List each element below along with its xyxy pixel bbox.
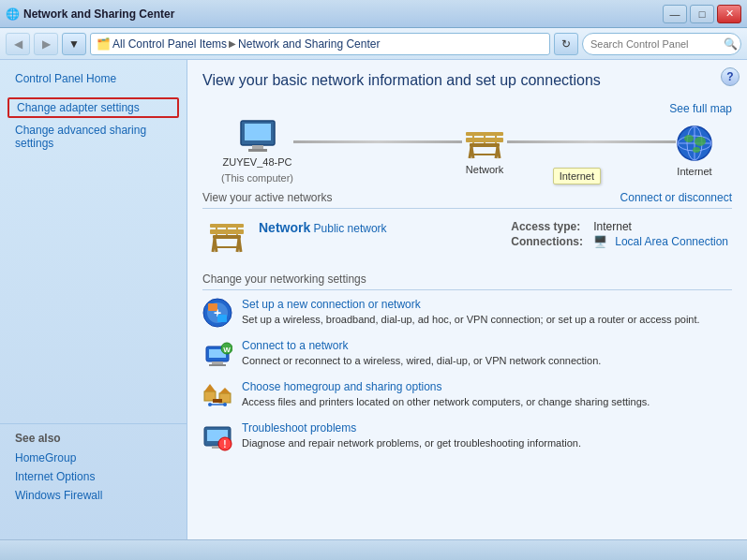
see-full-map-link[interactable]: See full map	[669, 102, 732, 115]
svg-point-21	[695, 137, 706, 146]
network-name-link[interactable]: Network	[259, 220, 310, 235]
network-details: Network Public network	[259, 220, 500, 235]
maximize-button[interactable]: □	[690, 5, 714, 23]
sidebar-internet-options[interactable]: Internet Options	[0, 467, 187, 486]
svg-rect-5	[470, 143, 500, 147]
svg-rect-49	[213, 399, 222, 403]
svg-rect-1	[245, 124, 271, 140]
help-button[interactable]: ?	[721, 67, 740, 86]
breadcrumb-icon: 🗂️	[97, 37, 111, 51]
addressbar: ◀ ▶ ▼ 🗂️ All Control Panel Items ▶ Netwo…	[0, 28, 747, 60]
breadcrumb-all-items[interactable]: All Control Panel Items	[112, 37, 227, 51]
troubleshoot-content: Troubleshoot problems Diagnose and repai…	[242, 421, 581, 450]
troubleshoot-link[interactable]: Troubleshoot problems	[242, 421, 581, 435]
access-type-label: Access type:	[511, 220, 586, 233]
page-title: View your basic network information and …	[202, 71, 732, 91]
network-bench-small-icon	[206, 220, 247, 258]
network-diagram: ZUYEV_48-PC (This computer)	[202, 119, 732, 184]
search-input[interactable]	[590, 38, 720, 50]
svg-rect-30	[210, 224, 244, 228]
globe-icon	[676, 125, 713, 162]
sidebar-homegroup[interactable]: HomeGroup	[0, 449, 187, 467]
access-type-value: Internet	[593, 220, 632, 233]
new-connection-link[interactable]: Set up a new connection or network	[242, 298, 700, 311]
computer-icon	[239, 119, 276, 153]
homegroup-content: Choose homegroup and sharing options Acc…	[242, 380, 650, 409]
connections-row: Connections: 🖥️ Local Area Connection	[511, 235, 728, 248]
setting-connect-network: W Connect to a network Connect or reconn…	[202, 339, 732, 369]
new-connection-icon: +	[202, 298, 232, 328]
setting-homegroup: Choose homegroup and sharing options Acc…	[202, 380, 732, 410]
main-layout: Control Panel Home Change adapter settin…	[0, 60, 747, 539]
svg-rect-38	[217, 315, 227, 322]
dropdown-button[interactable]: ▼	[62, 33, 86, 55]
new-connection-desc: Set up a wireless, broadband, dial-up, a…	[242, 314, 700, 325]
connect-network-link[interactable]: Connect to a network	[242, 339, 601, 352]
forward-button[interactable]: ▶	[34, 33, 58, 55]
connect-network-desc: Connect or reconnect to a wireless, wire…	[242, 355, 601, 366]
sidebar-change-advanced-sharing[interactable]: Change advanced sharing settings	[0, 120, 187, 154]
connections-label: Connections:	[511, 235, 586, 248]
sidebar-windows-firewall[interactable]: Windows Firewall	[0, 486, 187, 505]
network-bench-icon	[462, 126, 507, 160]
connect-disconnect-link[interactable]: Connect or disconnect	[620, 191, 732, 204]
titlebar-title: Network and Sharing Center	[23, 7, 174, 21]
homegroup-icon	[202, 380, 232, 410]
local-area-connection-link[interactable]: Local Area Connection	[615, 235, 728, 248]
internet-node: Internet	[676, 125, 713, 178]
networking-settings-title: Change your networking settings	[202, 273, 732, 290]
content-area: ? View your basic network information an…	[187, 60, 747, 539]
breadcrumb-current: Network and Sharing Center	[238, 37, 380, 51]
back-button[interactable]: ◀	[6, 33, 30, 55]
setting-troubleshoot: ! Troubleshoot problems Diagnose and rep…	[202, 421, 732, 451]
internet-tooltip: Internet	[553, 168, 601, 184]
new-connection-content: Set up a new connection or network Set u…	[242, 298, 700, 327]
homegroup-link[interactable]: Choose homegroup and sharing options	[242, 380, 650, 393]
internet-label: Internet	[677, 166, 711, 178]
titlebar: 🌐 Network and Sharing Center — □ ✕	[0, 0, 747, 28]
setting-new-connection: + Set up a new connection or network Set…	[202, 298, 732, 328]
search-icon: 🔍	[724, 37, 738, 51]
svg-rect-24	[213, 235, 241, 239]
computer-label: ZUYEV_48-PC	[223, 156, 292, 169]
svg-rect-42	[209, 364, 226, 366]
refresh-button[interactable]: ↻	[554, 33, 578, 55]
active-networks-header: View your active networks Connect or dis…	[202, 191, 732, 209]
svg-line-9	[496, 147, 498, 158]
network-access: Access type: Internet Connections: 🖥️ Lo…	[511, 220, 728, 250]
svg-line-28	[237, 239, 239, 252]
networking-settings-section: Change your networking settings + Set up…	[202, 273, 732, 451]
svg-marker-46	[204, 384, 216, 391]
svg-text:!: !	[223, 439, 226, 449]
statusbar	[0, 539, 747, 560]
svg-line-27	[215, 239, 217, 252]
network-node: Network	[462, 126, 507, 176]
svg-text:W: W	[223, 346, 231, 354]
network-type-link[interactable]: Public network	[314, 222, 387, 235]
connect-network-icon: W	[202, 339, 232, 369]
minimize-button[interactable]: —	[663, 5, 687, 23]
sidebar-control-panel-home[interactable]: Control Panel Home	[0, 69, 187, 88]
svg-rect-2	[252, 145, 263, 149]
homegroup-desc: Access files and printers located on oth…	[242, 396, 650, 407]
network-info-row: Network Public network Access type: Inte…	[202, 216, 732, 261]
network-label: Network	[466, 164, 503, 176]
svg-point-20	[684, 135, 694, 142]
svg-rect-3	[248, 149, 267, 152]
close-button[interactable]: ✕	[717, 5, 741, 23]
svg-rect-37	[208, 303, 217, 311]
access-type-row: Access type: Internet	[511, 220, 728, 233]
active-networks-label: View your active networks	[202, 191, 333, 204]
troubleshoot-icon: !	[202, 421, 232, 451]
svg-rect-41	[212, 361, 223, 364]
sidebar: Control Panel Home Change adapter settin…	[0, 60, 187, 539]
computer-node: ZUYEV_48-PC (This computer)	[221, 119, 293, 184]
sidebar-change-adapter-settings[interactable]: Change adapter settings	[7, 97, 179, 118]
titlebar-controls: — □ ✕	[663, 5, 741, 23]
svg-rect-11	[466, 132, 503, 136]
computer-sublabel: (This computer)	[221, 172, 293, 184]
breadcrumb[interactable]: 🗂️ All Control Panel Items ▶ Network and…	[90, 33, 550, 55]
connect-network-content: Connect to a network Connect or reconnec…	[242, 339, 601, 368]
svg-point-22	[693, 147, 700, 153]
breadcrumb-sep1: ▶	[229, 38, 236, 49]
